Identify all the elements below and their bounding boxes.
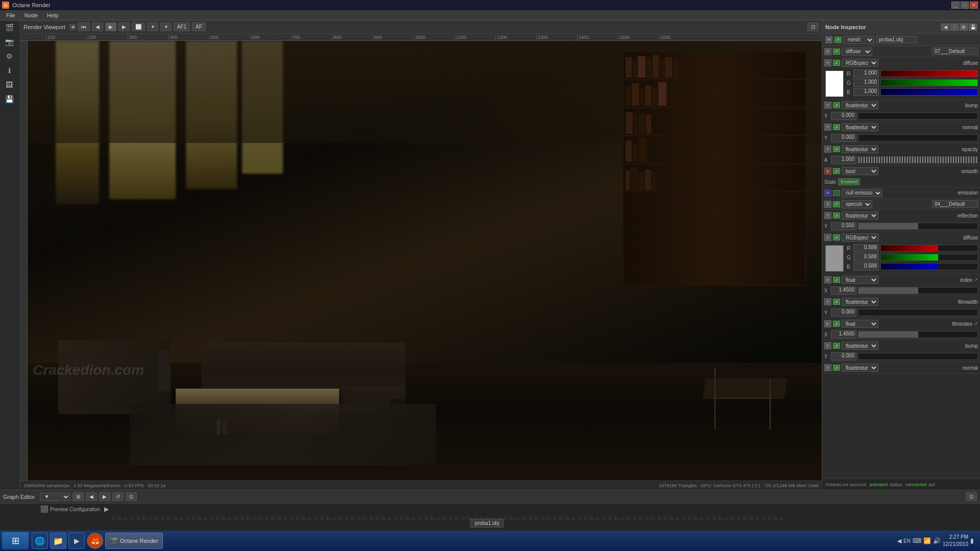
graph-editor-dropdown[interactable]: ▼ <box>40 493 70 501</box>
ni-normal2-eye[interactable]: ✓ <box>833 365 840 371</box>
ni-filmwidth-section: T ✓ floattexture filmwidth Y 0.000 <box>822 296 980 318</box>
ni-reflection-eye[interactable]: ✓ <box>833 212 840 219</box>
ni-filmwidth-dropdown[interactable]: floattexture <box>842 298 878 306</box>
ge-fullscreen-btn[interactable]: ⊡ <box>966 492 977 501</box>
ni-mesh-value[interactable]: proba1.obj <box>876 36 917 43</box>
ni-filmindex-dropdown[interactable]: float <box>842 320 878 328</box>
ni-index-label: index <box>960 277 972 283</box>
clock-time: 2:27 PM <box>943 534 968 541</box>
step-back-btn[interactable]: ◀ <box>92 22 103 31</box>
ni-normal-label: normal <box>962 125 978 130</box>
ge-btn2[interactable]: ◀ <box>86 492 97 501</box>
af-btn[interactable]: AF <box>192 22 206 31</box>
ni-state-label: State <box>824 179 836 185</box>
ni-rgb-eye2[interactable]: ✓ <box>833 234 840 241</box>
ni-specular-eye[interactable]: ✓ <box>833 201 840 207</box>
sidebar-settings-icon[interactable]: ⚙ <box>0 49 18 63</box>
step-fwd-btn[interactable]: ▶ <box>118 22 130 31</box>
taskbar-firefox-icon[interactable]: 🦊 <box>87 533 103 549</box>
minimize-button[interactable]: _ <box>951 2 960 9</box>
close-button[interactable]: ✕ <box>970 2 978 9</box>
menu-node[interactable]: Node <box>20 11 42 19</box>
ge-btn4[interactable]: ↺ <box>112 492 124 501</box>
ni-mesh-dropdown[interactable]: mesh <box>844 36 874 44</box>
ni-rgb-type-dropdown1[interactable]: RGBspectrum <box>842 59 878 67</box>
ni-rgb-eye1[interactable]: ✓ <box>833 60 840 66</box>
color-swatch-white[interactable] <box>825 70 844 97</box>
sidebar-image-icon[interactable]: 🖼 <box>0 78 18 92</box>
proba-badge[interactable]: proba1.obj <box>470 519 504 528</box>
af1-btn[interactable]: AF1 <box>174 22 190 31</box>
sidebar-info-icon[interactable]: ℹ <box>0 63 18 78</box>
ruler-mark: 500 <box>209 35 250 40</box>
clock-date: 12/21/2010 <box>943 541 968 548</box>
timeline-arrows: ▷▷▷▷▷▷▷▷▷▷▷▷▷▷▷▷▷▷▷▷▷▷▷▷▷▷▷▷▷▷▷▷▷▷▷▷▷▷▷▷… <box>112 513 965 523</box>
ni-bump-eye[interactable]: ✓ <box>833 102 840 108</box>
viewport-canvas[interactable]: Crackedion.com <box>28 41 822 481</box>
ni-specular-dropdown[interactable]: specular <box>842 200 872 208</box>
start-button[interactable]: ⊞ <box>2 532 29 549</box>
ni-index-dropdown[interactable]: float <box>842 276 878 284</box>
ni-opacity-dropdown[interactable]: floattexture <box>842 145 878 153</box>
ni-reflection-dropdown[interactable]: floattexture <box>842 211 878 220</box>
sidebar-save-icon[interactable]: 💾 <box>0 92 18 106</box>
ni-smooth-eye[interactable]: ✓ <box>833 168 840 174</box>
color-swatch-gray[interactable] <box>825 245 844 272</box>
ni-index-eye[interactable]: ✓ <box>833 277 840 283</box>
ni-diffuse-eye[interactable]: ✓ <box>833 49 840 55</box>
ni-diffuse-type-dropdown[interactable]: diffuse <box>842 47 872 56</box>
taskbar-wmp-icon[interactable]: ▶ <box>68 533 85 549</box>
graph-editor-toolbar: Graph Editor ▼ ⊞ ◀ ▶ ↺ ⊡ ⊡ <box>0 490 980 504</box>
ni-bump-dropdown[interactable]: floattexture <box>842 101 878 109</box>
ni-save[interactable]: 💾 <box>969 23 977 31</box>
ni-specular-value[interactable]: 04___Default <box>932 200 978 208</box>
menu-help[interactable]: Help <box>43 11 63 19</box>
maximize-button[interactable]: □ <box>961 2 969 9</box>
rewind-btn[interactable]: ⏮ <box>78 22 90 31</box>
fullscreen-btn[interactable]: ⊡ <box>807 22 819 31</box>
sidebar-render-icon[interactable]: 🎬 <box>0 20 18 35</box>
taskbar-explorer-icon[interactable]: 📁 <box>50 533 66 549</box>
ni-bump2-eye[interactable]: ✓ <box>833 343 840 349</box>
ni-emission-dropdown[interactable]: null emission <box>842 189 882 197</box>
taskbar-octane-app[interactable]: 🎬 Octane Render <box>105 533 163 549</box>
viewport-expand-btn[interactable]: ◀ <box>69 24 76 30</box>
taskbar-ie-icon[interactable]: 🌐 <box>32 533 48 549</box>
titlebar-controls[interactable]: _ □ ✕ <box>951 2 978 9</box>
ni-diffuse-value[interactable]: 07___Default <box>932 47 978 55</box>
ni-bump2-icon: T <box>824 342 831 349</box>
ni-channel-b1: B 1.000 <box>847 88 978 96</box>
ni-normal-eye[interactable]: ✓ <box>833 124 840 130</box>
tray-show-desktop[interactable]: ▮ <box>970 537 974 544</box>
play-btn[interactable]: ▶ <box>105 22 116 31</box>
ni-emission-eye[interactable] <box>833 190 840 196</box>
select-btn[interactable]: ⬜ <box>132 22 145 31</box>
ni-index-expand[interactable]: ↗ <box>974 277 978 282</box>
ni-rgb-icon2: T <box>824 234 831 241</box>
ni-filmindex-eye[interactable]: ✓ <box>833 321 840 327</box>
ni-filmwidth-eye[interactable]: ✓ <box>833 299 840 305</box>
extra-btn1[interactable]: ✦ <box>147 22 158 31</box>
ni-rgb-type-dropdown2[interactable]: RGBspectrum <box>842 233 878 242</box>
extra-btn2[interactable]: ✦ <box>160 22 172 31</box>
ni-arrow-left[interactable]: ◀ <box>941 23 949 31</box>
ni-grid[interactable]: ⊞ <box>960 23 968 31</box>
ni-eye-icon[interactable]: ✓ <box>834 37 842 43</box>
ruler-horizontal: 100 200 300 400 500 600 700 800 900 1000… <box>20 34 822 41</box>
menu-file[interactable]: File <box>2 11 19 19</box>
ni-smooth-dropdown[interactable]: bool <box>842 167 878 175</box>
ni-rgb-content1: R 1.000 G 1.000 B 1.000 <box>822 68 980 99</box>
ni-normal-dropdown[interactable]: floattexture <box>842 123 878 131</box>
ni-dots[interactable]: ⋮ <box>950 23 959 31</box>
ge-btn3[interactable]: ▶ <box>99 492 110 501</box>
ge-btn5[interactable]: ⊡ <box>126 492 137 501</box>
ge-btn1[interactable]: ⊞ <box>73 492 84 501</box>
ni-normal2-dropdown[interactable]: floattexture <box>842 364 878 372</box>
ni-bump2-dropdown[interactable]: floattexture <box>842 342 878 350</box>
sidebar-camera-icon[interactable]: 📷 <box>0 35 18 49</box>
ni-state-enabled[interactable]: Enabled <box>838 178 860 185</box>
ni-opacity-eye[interactable]: ✓ <box>833 146 840 152</box>
ni-filmindex-expand[interactable]: ↗ <box>974 321 978 326</box>
tray-arrow[interactable]: ◀ <box>897 538 901 544</box>
ni-type-row: M ✓ mesh proba1.obj <box>822 34 980 46</box>
